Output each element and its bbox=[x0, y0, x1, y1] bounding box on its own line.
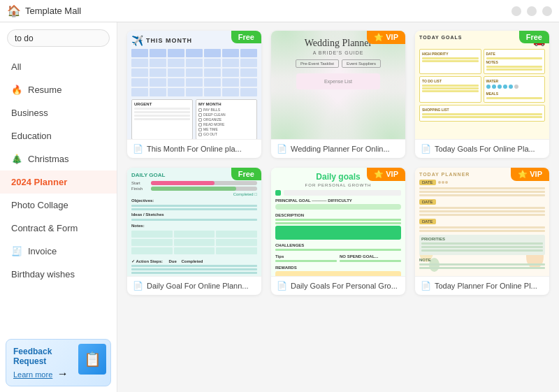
maximize-button[interactable] bbox=[527, 6, 537, 16]
template-card-daily-goal[interactable]: Free DAILY GOAL Start Finish Completed □… bbox=[127, 168, 261, 295]
card-title-daily-goals-vip: Daily Goals For Personal Gro... bbox=[291, 282, 398, 290]
contractform-label: Contract & Form bbox=[11, 223, 78, 233]
card-title-this-month: This Month For Online pla... bbox=[147, 145, 242, 153]
sidebar-item-2024planner[interactable]: 2024 Planner bbox=[0, 170, 117, 194]
app-icon: 🏠 bbox=[7, 4, 21, 17]
app-title: Template Mall bbox=[25, 6, 81, 16]
feedback-image: 📋 bbox=[78, 344, 106, 375]
minimize-button[interactable] bbox=[511, 6, 521, 16]
feedback-title: Feedback Request bbox=[13, 347, 73, 366]
template-card-today-goals[interactable]: Free TODAY GOALS 🚗 HIGH PRIORITY DATE bbox=[415, 31, 549, 158]
feedback-box: Feedback Request Learn more → 📋 bbox=[6, 339, 111, 386]
photocollage-label: Photo Collage bbox=[11, 200, 68, 210]
card-preview-today-goals: Free TODAY GOALS 🚗 HIGH PRIORITY DATE bbox=[415, 31, 549, 139]
sidebar-item-birthdaywishes[interactable]: Birthday wishes bbox=[0, 263, 117, 286]
invoice-label: Invoice bbox=[28, 246, 57, 256]
business-label: Business bbox=[11, 108, 48, 118]
search-box[interactable]: 🔍 bbox=[7, 29, 110, 47]
title-bar: 🏠 Template Mall bbox=[0, 0, 559, 22]
doc-icon-wedding: 📄 bbox=[277, 144, 287, 154]
template-card-today-planner[interactable]: ⭐ VIP TODAY PLANNER DATE bbox=[415, 168, 549, 295]
close-button[interactable] bbox=[542, 6, 552, 16]
card-preview-daily-goals-vip: ⭐ VIP Daily goals FOR PERSONAL GROWTH PR… bbox=[271, 168, 405, 276]
doc-icon: 📄 bbox=[133, 144, 143, 154]
sidebar-item-photocollage[interactable]: Photo Collage bbox=[0, 194, 117, 217]
search-input[interactable] bbox=[15, 34, 117, 43]
title-bar-left: 🏠 Template Mall bbox=[7, 4, 81, 17]
sidebar: 🔍 All 🔥 Resume Business Education 🎄 Chri… bbox=[0, 22, 117, 392]
feedback-link[interactable]: Learn more bbox=[13, 370, 52, 379]
planner-label: 2024 Planner bbox=[11, 177, 67, 187]
feedback-arrow: → bbox=[57, 368, 68, 380]
card-preview-daily-goal: Free DAILY GOAL Start Finish Completed □… bbox=[127, 168, 261, 276]
card-title-today-goals: Today Goals For Online Pla... bbox=[435, 145, 535, 153]
sidebar-item-resume[interactable]: 🔥 Resume bbox=[0, 78, 117, 101]
sidebar-item-christmas[interactable]: 🎄 Christmas bbox=[0, 147, 117, 170]
resume-label: Resume bbox=[28, 85, 61, 95]
resume-icon: 🔥 bbox=[11, 85, 22, 95]
christmas-label: Christmas bbox=[28, 154, 69, 164]
all-label: All bbox=[11, 61, 21, 72]
card-title-daily-goal: Daily Goal For Online Plann... bbox=[147, 282, 249, 290]
card-footer-daily-goal: 📄 Daily Goal For Online Plann... bbox=[127, 276, 261, 295]
sidebar-item-invoice[interactable]: 🧾 Invoice bbox=[0, 240, 117, 263]
card-preview-this-month: Free ✈️ THIS MONTH URGENT bbox=[127, 31, 261, 139]
card-title-today-planner: Today Planner For Online Pl... bbox=[435, 282, 537, 290]
invoice-icon: 🧾 bbox=[11, 246, 22, 256]
template-card-daily-goals-vip[interactable]: ⭐ VIP Daily goals FOR PERSONAL GROWTH PR… bbox=[271, 168, 405, 295]
christmas-icon: 🎄 bbox=[11, 154, 22, 164]
template-grid: Free ✈️ THIS MONTH URGENT bbox=[127, 31, 549, 295]
app-body: 🔍 All 🔥 Resume Business Education 🎄 Chri… bbox=[0, 22, 559, 392]
card-footer-wedding: 📄 Wedding Planner For Onlin... bbox=[271, 139, 405, 158]
badge-vip-today-planner: ⭐ VIP bbox=[511, 168, 549, 181]
card-footer-this-month: 📄 This Month For Online pla... bbox=[127, 139, 261, 158]
card-footer-today-goals: 📄 Today Goals For Online Pla... bbox=[415, 139, 549, 158]
nav-list: All 🔥 Resume Business Education 🎄 Christ… bbox=[0, 52, 117, 333]
badge-vip-wedding: ⭐ VIP bbox=[367, 31, 405, 44]
badge-free-daily-goal: Free bbox=[231, 168, 261, 180]
doc-icon-daily-goal: 📄 bbox=[133, 281, 143, 291]
card-title-wedding: Wedding Planner For Onlin... bbox=[291, 145, 390, 153]
sidebar-item-all[interactable]: All bbox=[0, 55, 117, 78]
main-content: Free ✈️ THIS MONTH URGENT bbox=[117, 22, 559, 392]
template-card-this-month[interactable]: Free ✈️ THIS MONTH URGENT bbox=[127, 31, 261, 158]
badge-free-today-goals: Free bbox=[519, 31, 549, 43]
window-controls bbox=[511, 6, 552, 16]
education-label: Education bbox=[11, 131, 52, 141]
card-preview-wedding: ⭐ VIP Wedding Planner A BRIDE'S GUIDE Pr… bbox=[271, 31, 405, 139]
doc-icon-today-planner: 📄 bbox=[421, 281, 431, 291]
sidebar-item-business[interactable]: Business bbox=[0, 101, 117, 124]
card-footer-today-planner: 📄 Today Planner For Online Pl... bbox=[415, 276, 549, 295]
badge-free-this-month: Free bbox=[231, 31, 261, 43]
birthdaywishes-label: Birthday wishes bbox=[11, 269, 75, 280]
template-card-wedding[interactable]: ⭐ VIP Wedding Planner A BRIDE'S GUIDE Pr… bbox=[271, 31, 405, 158]
sidebar-item-contractform[interactable]: Contract & Form bbox=[0, 217, 117, 240]
doc-icon-today-goals: 📄 bbox=[421, 144, 431, 154]
badge-vip-daily-goals: ⭐ VIP bbox=[367, 168, 405, 181]
sidebar-item-education[interactable]: Education bbox=[0, 124, 117, 147]
card-preview-today-planner: ⭐ VIP TODAY PLANNER DATE bbox=[415, 168, 549, 276]
doc-icon-daily-goals-vip: 📄 bbox=[277, 281, 287, 291]
card-footer-daily-goals-vip: 📄 Daily Goals For Personal Gro... bbox=[271, 276, 405, 295]
